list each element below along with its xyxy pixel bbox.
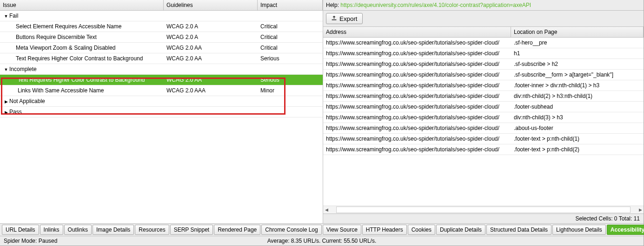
chevron-down-icon [4, 13, 8, 19]
issue-name: Links With Same Accessible Name [0, 85, 164, 96]
status-rate: Average: 8.35 URL/s. Current: 55.50 URL/… [216, 238, 428, 244]
tab-outlinks[interactable]: Outlinks [64, 225, 92, 235]
detail-address: https://www.screamingfrog.co.uk/seo-spid… [323, 134, 511, 144]
detail-address: https://www.screamingfrog.co.uk/seo-spid… [323, 38, 511, 48]
issue-guidelines: WCAG 2.0 AAA [164, 85, 258, 96]
scroll-right-icon[interactable]: ▶ [637, 207, 644, 212]
group-pass[interactable]: Pass [0, 107, 323, 117]
detail-row[interactable]: https://www.screamingfrog.co.uk/seo-spid… [323, 112, 644, 123]
status-mode: Spider Mode: Paused [4, 238, 216, 244]
tab-inlinks[interactable]: Inlinks [40, 225, 63, 235]
issue-guidelines: WCAG 2.0 AA [164, 53, 258, 64]
tab-rendered-page[interactable]: Rendered Page [214, 225, 260, 235]
horizontal-scrollbar[interactable]: ◀ ▶ [323, 206, 644, 214]
issue-row[interactable]: Buttons Require Discernible TextWCAG 2.0… [0, 32, 323, 43]
detail-location: div:nth-child(3) > h3 [511, 112, 644, 123]
detail-row[interactable]: https://www.screamingfrog.co.uk/seo-spid… [323, 59, 644, 70]
issue-impact: Critical [258, 43, 323, 53]
col-impact[interactable]: Impact [258, 0, 323, 10]
scroll-left-icon[interactable]: ◀ [323, 207, 330, 212]
detail-location: div:nth-child(2) > h3:nth-child(1) [511, 91, 644, 101]
group-label: Incomplete [9, 66, 37, 72]
tab-resources[interactable]: Resources [135, 225, 169, 235]
detail-address: https://www.screamingfrog.co.uk/seo-spid… [323, 112, 511, 123]
detail-location: .about-us-footer [511, 123, 644, 133]
detail-row[interactable]: https://www.screamingfrog.co.uk/seo-spid… [323, 38, 644, 48]
group-label: Fail [9, 13, 18, 19]
issue-row[interactable]: Text Requires Higher Color Contrast to B… [0, 53, 323, 64]
tab-serp-snippet[interactable]: SERP Snippet [170, 225, 213, 235]
export-bar: Export [323, 11, 644, 27]
tab-structured-data-details[interactable]: Structured Data Details [486, 225, 551, 235]
export-button[interactable]: Export [326, 13, 363, 24]
group-label: Pass [9, 109, 22, 115]
issue-row[interactable]: Meta Viewport Zoom & Scaling DisabledWCA… [0, 43, 323, 53]
detail-address: https://www.screamingfrog.co.uk/seo-spid… [323, 70, 511, 80]
group-incomplete[interactable]: Incomplete [0, 64, 323, 75]
detail-location: .sf-subscribe > h2 [511, 59, 644, 69]
detail-address: https://www.screamingfrog.co.uk/seo-spid… [323, 59, 511, 69]
detail-location: .footer-inner > div:nth-child(1) > h3 [511, 80, 644, 91]
detail-row[interactable]: https://www.screamingfrog.co.uk/seo-spid… [323, 48, 644, 59]
issue-impact: Minor [258, 85, 323, 96]
selection-info: Selected Cells: 0 Total: 11 [323, 214, 644, 223]
issue-row[interactable]: Select Element Requires Accessible NameW… [0, 21, 323, 32]
chevron-down-icon [4, 66, 8, 72]
detail-row[interactable]: https://www.screamingfrog.co.uk/seo-spid… [323, 134, 644, 144]
tab-cookies[interactable]: Cookies [408, 225, 435, 235]
chevron-right-icon [4, 98, 8, 104]
bottom-tabs: URL DetailsInlinksOutlinksImage DetailsR… [0, 223, 644, 236]
detail-row[interactable]: https://www.screamingfrog.co.uk/seo-spid… [323, 144, 644, 155]
issue-name: Meta Viewport Zoom & Scaling Disabled [0, 43, 164, 53]
scroll-track[interactable] [336, 207, 631, 213]
col-guidelines[interactable]: Guidelines [164, 0, 258, 10]
tab-http-headers[interactable]: HTTP Headers [362, 225, 407, 235]
help-link[interactable]: https://dequeuniversity.com/rules/axe/4.… [340, 2, 531, 8]
export-label: Export [339, 15, 358, 22]
detail-address: https://www.screamingfrog.co.uk/seo-spid… [323, 91, 511, 101]
issue-row[interactable]: Links With Same Accessible NameWCAG 2.0 … [0, 85, 323, 96]
issue-guidelines: WCAG 2.0 A [164, 21, 258, 32]
tab-chrome-console-log[interactable]: Chrome Console Log [261, 225, 321, 235]
tab-accessibility-details[interactable]: Accessibility Details [607, 225, 644, 235]
col-issue[interactable]: Issue [0, 0, 164, 10]
issue-guidelines: WCAG 2.0 AA [164, 43, 258, 53]
group-not-applicable[interactable]: Not Applicable [0, 96, 323, 107]
issue-impact: Critical [258, 32, 323, 42]
detail-address: https://www.screamingfrog.co.uk/seo-spid… [323, 48, 511, 58]
issue-name: Text Requires Higher Color Contrast to B… [0, 75, 164, 85]
export-icon [331, 15, 337, 22]
tab-view-source[interactable]: View Source [323, 225, 361, 235]
detail-row[interactable]: https://www.screamingfrog.co.uk/seo-spid… [323, 123, 644, 134]
tab-duplicate-details[interactable]: Duplicate Details [436, 225, 485, 235]
status-bar: Spider Mode: Paused Average: 8.35 URL/s.… [0, 236, 644, 246]
tab-lighthouse-details[interactable]: Lighthouse Details [552, 225, 606, 235]
detail-row[interactable]: https://www.screamingfrog.co.uk/seo-spid… [323, 102, 644, 112]
issue-guidelines: WCAG 2.0 A [164, 32, 258, 42]
detail-row[interactable]: https://www.screamingfrog.co.uk/seo-spid… [323, 91, 644, 102]
detail-location: .footer-subhead [511, 102, 644, 112]
detail-row[interactable]: https://www.screamingfrog.co.uk/seo-spid… [323, 70, 644, 80]
group-label: Not Applicable [9, 98, 45, 104]
issue-name: Select Element Requires Accessible Name [0, 21, 164, 32]
tab-url-details[interactable]: URL Details [2, 225, 39, 235]
group-fail[interactable]: Fail [0, 11, 323, 21]
detail-location: .footer-text > p:nth-child(2) [511, 144, 644, 155]
details-table-header: Address Location on Page [323, 27, 644, 38]
details-table-body: https://www.screamingfrog.co.uk/seo-spid… [323, 38, 644, 206]
detail-location: .sf-hero__pre [511, 38, 644, 48]
issue-name: Text Requires Higher Color Contrast to B… [0, 53, 164, 64]
tab-image-details[interactable]: Image Details [93, 225, 134, 235]
detail-row[interactable]: https://www.screamingfrog.co.uk/seo-spid… [323, 80, 644, 91]
detail-location: .sf-subscribe__form > a[target="_blank"] [511, 70, 644, 80]
issue-impact: Serious [258, 53, 323, 64]
col-location[interactable]: Location on Page [511, 27, 644, 37]
detail-address: https://www.screamingfrog.co.uk/seo-spid… [323, 80, 511, 91]
help-label: Help: [326, 2, 340, 8]
issue-name: Buttons Require Discernible Text [0, 32, 164, 42]
detail-address: https://www.screamingfrog.co.uk/seo-spid… [323, 123, 511, 133]
issue-row[interactable]: Text Requires Higher Color Contrast to B… [0, 75, 323, 85]
issues-table-body: FailSelect Element Requires Accessible N… [0, 11, 323, 223]
issue-guidelines: WCAG 2.0 AA [164, 75, 258, 85]
col-address[interactable]: Address [323, 27, 511, 37]
